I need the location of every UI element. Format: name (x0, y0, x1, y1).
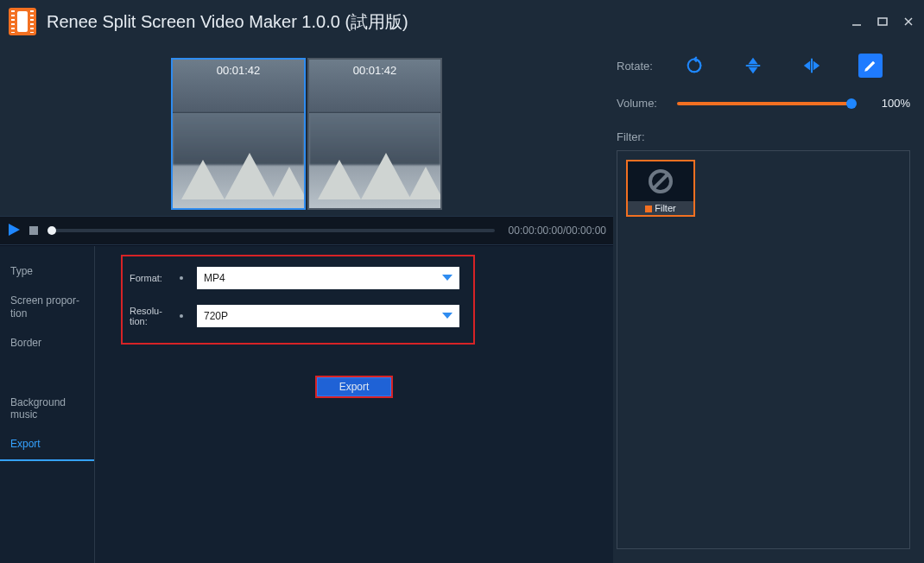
volume-value: 100% (872, 97, 910, 110)
svg-marker-9 (749, 67, 758, 73)
format-value: MP4 (204, 272, 225, 284)
stop-button[interactable] (29, 226, 38, 235)
no-filter-icon (628, 161, 693, 201)
tab-screen-proportion[interactable]: Screen propor­tion (0, 286, 94, 328)
flip-horizontal-icon[interactable] (800, 54, 824, 78)
timeline-slider[interactable] (52, 229, 495, 232)
svg-rect-1 (878, 18, 887, 25)
svg-marker-6 (442, 313, 453, 319)
maximize-button[interactable] (876, 15, 889, 28)
minimize-button[interactable] (850, 15, 864, 28)
svg-marker-8 (749, 58, 758, 64)
time-display: 00:00:00:00/00:00:00 (509, 225, 606, 237)
svg-marker-12 (813, 61, 820, 71)
format-select[interactable]: MP4 (197, 267, 459, 289)
tab-type[interactable]: Type (0, 256, 94, 286)
thumb-timestamp: 00:01:42 (309, 64, 440, 77)
preview-area: 00:01:42 00:01:42 (0, 43, 613, 216)
app-logo (9, 8, 36, 35)
thumb-timestamp: 00:01:42 (173, 64, 304, 77)
resolution-select[interactable]: 720P (197, 305, 459, 327)
title-bar: Renee Split Screen Video Maker 1.0.0 (試用… (0, 0, 924, 43)
filter-list: Filter (617, 150, 910, 549)
rotate-label: Rotate: (617, 60, 665, 73)
tab-border[interactable]: Border (0, 328, 94, 357)
settings-tabs: Type Screen propor­tion Border Backgroun… (0, 246, 95, 563)
volume-slider[interactable] (677, 102, 851, 105)
svg-line-14 (653, 174, 668, 189)
app-title: Renee Split Screen Video Maker 1.0.0 (試用… (47, 10, 408, 34)
export-panel: For­mat: MP4 Resolu­tion: 720P (95, 246, 613, 563)
export-button[interactable]: Export (315, 376, 393, 398)
svg-marker-11 (804, 61, 810, 71)
preview-thumb[interactable]: 00:01:42 (307, 58, 442, 210)
format-label: For­mat: (130, 273, 166, 283)
filter-none[interactable]: Filter (626, 160, 695, 217)
tab-export[interactable]: Export (0, 429, 94, 460)
svg-marker-5 (442, 275, 453, 281)
resolution-label: Resolu­tion: (130, 306, 166, 326)
edit-icon[interactable] (858, 54, 883, 78)
highlight-box: For­mat: MP4 Resolu­tion: 720P (121, 255, 475, 345)
rotate-cw-icon[interactable] (682, 54, 706, 78)
resolution-value: 720P (204, 310, 228, 322)
filter-item-label: Filter (628, 201, 693, 215)
tab-background-music[interactable]: Background music (0, 388, 94, 430)
svg-marker-4 (9, 224, 20, 236)
preview-thumb[interactable]: 00:01:42 (171, 58, 306, 210)
volume-label: Volume: (617, 97, 665, 110)
player-bar: 00:00:00:00/00:00:00 (0, 216, 613, 245)
close-button[interactable] (902, 15, 915, 28)
filter-label: Filter: (617, 130, 665, 143)
flip-vertical-icon[interactable] (741, 54, 765, 78)
play-button[interactable] (7, 223, 21, 239)
